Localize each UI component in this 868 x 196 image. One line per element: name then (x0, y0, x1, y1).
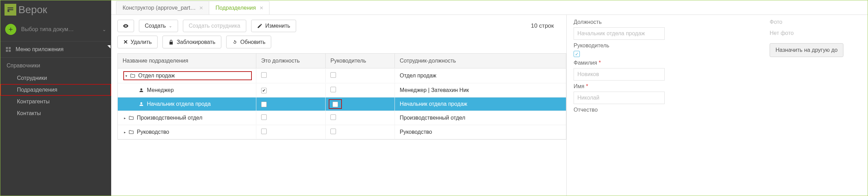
table-row[interactable]: ▸Производственный отделПроизводственный … (118, 111, 566, 125)
is-position-checkbox[interactable]: ✔ (261, 102, 267, 107)
chevron-down-icon: ⌄ (102, 27, 106, 32)
create-employee-label: Создать сотрудника (189, 23, 240, 29)
grid-header: Название подразделения Это должность Рук… (118, 54, 566, 68)
eye-icon (123, 23, 129, 29)
position-input[interactable]: Начальник отдела продаж (574, 27, 665, 40)
row-name: Руководство (137, 129, 169, 135)
name-label: Имя * (574, 83, 665, 90)
folder-icon (130, 73, 135, 78)
patronymic-label: Отчество (574, 107, 665, 113)
create-employee-button[interactable]: Создать сотрудника (183, 20, 246, 32)
user-icon (139, 87, 144, 93)
doc-type-selector[interactable]: Выбор типа докум… ⌄ (0, 20, 111, 41)
x-icon: ✕ (123, 39, 128, 45)
row-employee: Отдел продаж (395, 69, 566, 82)
col-is-head[interactable]: Руководитель (326, 54, 395, 68)
row-employee: Начальник отдела продаж (395, 97, 566, 111)
main-area: Конструктор (approve_part… ✕ Подразделен… (111, 0, 868, 196)
col-name[interactable]: Название подразделения (118, 54, 256, 68)
field-patronymic: Отчество (574, 107, 665, 113)
add-document-button[interactable] (5, 24, 16, 35)
sidebar: Верок Выбор типа докум… ⌄ Меню приложени… (0, 0, 111, 196)
departments-grid: Название подразделения Это должность Рук… (117, 53, 566, 140)
row-count: 10 строк (531, 22, 560, 29)
caret-down-icon: ⌄ (169, 24, 172, 28)
row-employee: Производственный отдел (395, 111, 566, 124)
row-employee: Руководство (395, 125, 566, 139)
field-name: Имя * Николай (574, 83, 665, 104)
tree-caret-icon[interactable]: ▾ (125, 74, 127, 78)
is-position-checkbox[interactable] (261, 129, 267, 134)
table-row[interactable]: ▸РуководствоРуководство (118, 125, 566, 139)
create-button[interactable]: Создать ⌄ (139, 20, 178, 32)
close-icon[interactable]: ✕ (199, 5, 203, 11)
refresh-button[interactable]: Обновить (226, 36, 271, 48)
head-checkbox[interactable]: ✓ (574, 51, 580, 57)
sidebar-item-departments[interactable]: Подразделения (0, 84, 111, 96)
tree-caret-icon[interactable]: ▸ (124, 130, 126, 134)
is-head-checkbox[interactable] (330, 72, 336, 78)
tab-constructor[interactable]: Конструктор (approve_part… ✕ (116, 1, 209, 15)
field-surname: Фамилия * Новиков (574, 60, 665, 81)
row-name: Производственный отдел (137, 115, 202, 121)
edit-button[interactable]: Изменить (251, 20, 296, 32)
user-icon (139, 101, 144, 107)
tab-departments[interactable]: Подразделения ✕ (209, 1, 269, 15)
field-head: Руководитель ✓ (574, 43, 665, 57)
row-employee: Менеджер | Затевахин Ник (395, 84, 566, 97)
is-position-checkbox[interactable] (261, 114, 267, 120)
col-employee-position[interactable]: Сотрудник-должность (395, 54, 566, 68)
references-header[interactable]: Справочники (0, 58, 111, 72)
table-row[interactable]: ▾Отдел продажОтдел продаж (118, 68, 566, 83)
folder-icon (129, 115, 134, 121)
brand-icon (5, 4, 16, 16)
col-is-position[interactable]: Это должность (256, 54, 326, 68)
is-head-checkbox[interactable] (330, 114, 336, 120)
sidebar-collapse-handle[interactable] (107, 45, 110, 48)
toolbar-secondary: ✕ Удалить Заблокировать Обновить (111, 34, 566, 53)
sidebar-item-employees[interactable]: Сотрудники (0, 72, 111, 84)
create-label: Создать (145, 23, 166, 29)
is-position-checkbox[interactable]: ✔ (261, 88, 267, 93)
is-position-checkbox[interactable] (261, 72, 267, 78)
head-label: Руководитель (574, 43, 665, 49)
close-icon[interactable]: ✕ (259, 5, 264, 11)
table-row[interactable]: Начальник отдела прода✔✔Начальник отдела… (118, 97, 566, 111)
refresh-icon (232, 39, 238, 45)
assign-other-position-button[interactable]: Назначить на другую до (770, 43, 843, 57)
field-photo: Фото Нет фото (770, 19, 861, 40)
row-name: Отдел продаж (138, 73, 175, 79)
edit-label: Изменить (265, 23, 290, 29)
delete-button[interactable]: ✕ Удалить (117, 36, 158, 48)
doc-type-label: Выбор типа докум… (21, 26, 97, 32)
apps-grid-icon (6, 47, 11, 52)
pencil-icon (257, 23, 263, 29)
folder-icon (129, 129, 134, 135)
inspector-panel: Должность Начальник отдела продаж Фото Н… (566, 15, 868, 196)
menu-app-label: Меню приложения (16, 46, 63, 53)
references-list: Сотрудники Подразделения Контрагенты Кон… (0, 72, 111, 119)
is-head-checkbox[interactable] (330, 129, 336, 134)
lock-icon (168, 39, 174, 45)
position-label: Должность (574, 19, 665, 25)
is-head-checkbox[interactable]: ✔ (333, 102, 338, 107)
menu-applications[interactable]: Меню приложения (0, 41, 111, 58)
tab-label: Подразделения (215, 5, 256, 11)
sidebar-item-contacts[interactable]: Контакты (0, 108, 111, 119)
refresh-label: Обновить (240, 39, 265, 45)
field-position: Должность Начальник отдела продаж (574, 19, 665, 40)
tree-caret-icon[interactable]: ▸ (124, 116, 126, 120)
tab-bar: Конструктор (approve_part… ✕ Подразделен… (111, 0, 868, 15)
sidebar-item-contractors[interactable]: Контрагенты (0, 96, 111, 108)
center-panel: Создать ⌄ Создать сотрудника Изменить 10… (111, 15, 566, 196)
view-toggle-button[interactable] (117, 20, 134, 32)
brand-row: Верок (0, 0, 111, 20)
surname-input[interactable]: Новиков (574, 68, 665, 81)
row-name: Менеджер (147, 87, 174, 93)
table-row[interactable]: Менеджер✔Менеджер | Затевахин Ник (118, 83, 566, 97)
tab-label: Конструктор (approve_part… (123, 5, 196, 11)
lock-button[interactable]: Заблокировать (162, 36, 221, 48)
name-input[interactable]: Николай (574, 92, 665, 104)
is-head-checkbox[interactable] (330, 87, 336, 92)
delete-label: Удалить (131, 39, 152, 45)
